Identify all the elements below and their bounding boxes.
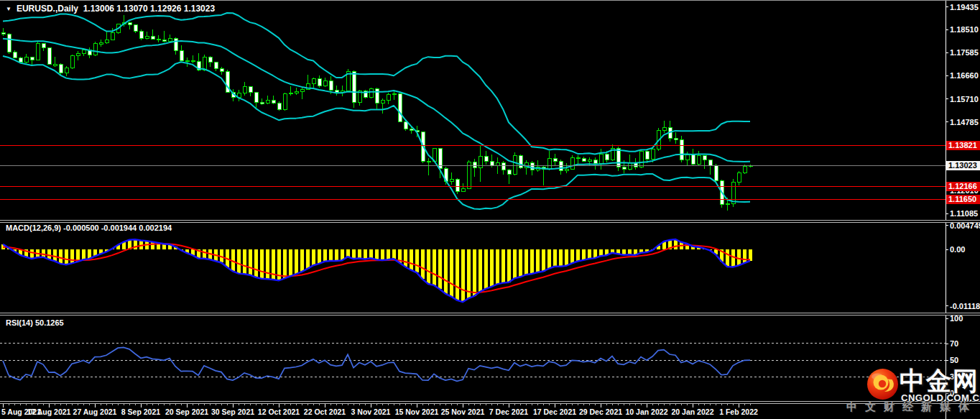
symbol-timeframe-label: EURUSD.,Daily	[17, 4, 78, 14]
price-level-badge: 1.11650	[946, 195, 980, 204]
date-tick-label: 17 Aug 2021	[27, 408, 71, 416]
date-tick-label: 12 Oct 2021	[258, 408, 300, 416]
panel-splitter-timeline[interactable]	[0, 401, 980, 404]
current-price-badge: 1.13023	[946, 161, 980, 170]
rsi-axis-label: 70	[950, 339, 958, 349]
date-tick-label: 30 Sep 2021	[211, 408, 254, 416]
macd-indicator-label: MACD(12,26,9) -0.000500 -0.001944 0.0021…	[6, 224, 172, 232]
rsi-indicator-label: RSI(14) 50.1265	[6, 318, 64, 327]
macd-axis-label: 0.00	[950, 245, 965, 254]
panel-splitter-rsi[interactable]	[0, 313, 980, 316]
macd-axis-label: -0.011181	[950, 302, 980, 311]
price-tick-label: 1.18510	[950, 25, 979, 34]
date-tick-label: 17 Dec 2021	[533, 408, 576, 416]
date-tick-label: 1 Feb 2022	[719, 408, 758, 416]
date-tick-label: 22 Oct 2021	[304, 408, 346, 416]
date-tick-label: 27 Aug 2021	[73, 408, 117, 416]
date-tick-label: 15 Nov 2021	[395, 408, 439, 416]
price-tick-label: 1.19435	[950, 3, 979, 12]
cngold-tagline-text: 中文财经新媒体	[846, 400, 977, 414]
ohlc-values: 1.13006 1.13070 1.12926 1.13023	[83, 4, 216, 14]
chart-canvas[interactable]	[0, 1, 980, 419]
price-tick-label: 1.15710	[950, 95, 979, 104]
date-tick-label: 7 Dec 2021	[489, 408, 528, 416]
date-tick-label: 29 Dec 2021	[579, 408, 622, 416]
price-level-badge: 1.12166	[946, 182, 980, 191]
date-tick-label: 20 Sep 2021	[165, 408, 208, 416]
cngold-logo-icon	[866, 367, 900, 401]
date-tick-label: 8 Sep 2021	[121, 408, 160, 416]
price-tick-label: 1.16660	[950, 71, 979, 80]
date-tick-label: 20 Jan 2022	[672, 408, 714, 416]
symbol-dropdown-icon[interactable]: ▼	[6, 6, 11, 12]
date-tick-label: 3 Nov 2021	[351, 408, 391, 416]
date-tick-label: 25 Nov 2021	[441, 408, 485, 416]
panel-splitter-macd[interactable]	[0, 220, 980, 223]
price-tick-label: 1.17585	[950, 48, 979, 57]
price-tick-label: 1.11085	[950, 209, 978, 218]
chart-header: ▼EURUSD.,Daily 1.13006 1.13070 1.12926 1…	[6, 4, 215, 14]
price-level-badge: 1.13821	[946, 141, 980, 150]
trading-chart-window[interactable]: ▼EURUSD.,Daily 1.13006 1.13070 1.12926 1…	[0, 0, 980, 419]
date-tick-label: 10 Jan 2022	[626, 408, 668, 416]
price-tick-label: 1.14785	[950, 118, 979, 127]
